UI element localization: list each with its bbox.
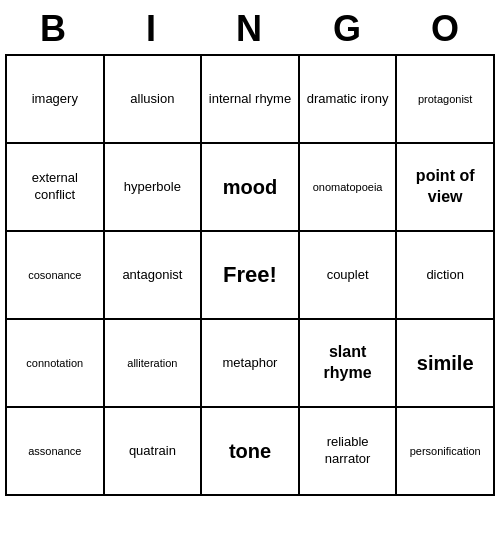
bingo-cell-2: internal rhyme [202,56,300,144]
bingo-cell-23: reliable narrator [300,408,398,496]
bingo-cell-3: dramatic irony [300,56,398,144]
bingo-cell-7: mood [202,144,300,232]
bingo-cell-0: imagery [7,56,105,144]
bingo-cell-1: allusion [105,56,203,144]
bingo-grid: imageryallusioninternal rhymedramatic ir… [5,54,495,496]
bingo-cell-24: personification [397,408,495,496]
header-letter: B [5,4,103,54]
bingo-cell-12: Free! [202,232,300,320]
header-letter: I [103,4,201,54]
bingo-cell-18: slant rhyme [300,320,398,408]
bingo-cell-9: point of view [397,144,495,232]
bingo-cell-5: external conflict [7,144,105,232]
bingo-cell-19: simile [397,320,495,408]
bingo-cell-16: alliteration [105,320,203,408]
bingo-cell-4: protagonist [397,56,495,144]
bingo-cell-21: quatrain [105,408,203,496]
bingo-card: BINGO imageryallusioninternal rhymedrama… [5,4,495,496]
bingo-cell-15: connotation [7,320,105,408]
bingo-cell-14: diction [397,232,495,320]
bingo-header: BINGO [5,4,495,54]
bingo-cell-10: cosonance [7,232,105,320]
header-letter: O [397,4,495,54]
bingo-cell-17: metaphor [202,320,300,408]
bingo-cell-11: antagonist [105,232,203,320]
header-letter: G [299,4,397,54]
bingo-cell-8: onomatopoeia [300,144,398,232]
bingo-cell-13: couplet [300,232,398,320]
bingo-cell-22: tone [202,408,300,496]
header-letter: N [201,4,299,54]
bingo-cell-6: hyperbole [105,144,203,232]
bingo-cell-20: assonance [7,408,105,496]
